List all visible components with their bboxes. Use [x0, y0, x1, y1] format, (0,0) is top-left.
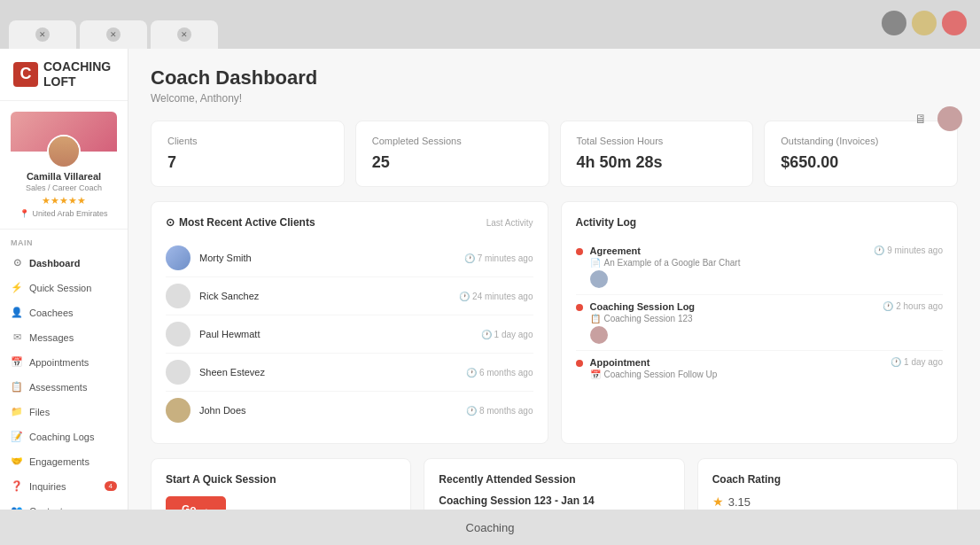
- client-name: Morty Smith: [199, 253, 252, 263]
- sidebar-item-files[interactable]: 📁 Files: [0, 400, 128, 424]
- activity-title: Coaching Session Log: [590, 301, 876, 312]
- list-item[interactable]: Sheen Estevez 🕐 6 months ago: [166, 354, 533, 392]
- tab-close-2[interactable]: ✕: [106, 27, 121, 42]
- client-time: 🕐 1 day ago: [481, 330, 533, 339]
- messages-icon: ✉: [11, 331, 23, 344]
- stat-value-hours: 4h 50m 28s: [577, 153, 737, 172]
- coaching-tab-label: Coaching: [466, 521, 515, 534]
- client-name: Paul Hewmatt: [199, 329, 260, 339]
- avatar: [166, 284, 191, 308]
- clients-panel-header: ⊙ Most Recent Active Clients Last Activi…: [166, 216, 533, 229]
- stat-value-sessions: 25: [372, 153, 533, 172]
- sidebar-item-assessments[interactable]: 📋 Assessments: [0, 375, 128, 400]
- activity-time: 🕐 2 hours ago: [883, 301, 943, 311]
- avatar: [47, 135, 81, 168]
- sidebar-label-assessments: Assessments: [29, 382, 87, 393]
- rating-display: ★ 3.15: [712, 494, 943, 509]
- stat-value-invoices: $650.00: [781, 153, 941, 172]
- quick-session-title: Start A Quick Session: [166, 473, 396, 486]
- appointments-icon: 📅: [11, 356, 23, 369]
- avatar: [166, 360, 191, 385]
- sidebar-label-quick-session: Quick Session: [29, 283, 91, 293]
- monitor-icon[interactable]: 🖥: [911, 109, 930, 128]
- avatar: [590, 270, 608, 288]
- clock-icon: 🕐: [874, 245, 884, 255]
- sidebar-item-coaching-logs[interactable]: 📝 Coaching Logs: [0, 424, 128, 449]
- logo-icon: C: [13, 62, 38, 87]
- list-item: Coaching Session Log 📋 Coaching Session …: [576, 295, 944, 351]
- sidebar-item-inquiries[interactable]: ❓ Inquiries 4: [0, 474, 128, 499]
- calendar-icon: 📅: [590, 370, 601, 379]
- sidebar: C COACHING LOFT Camilla Villareal Sales …: [0, 49, 128, 545]
- list-item[interactable]: Paul Hewmatt 🕐 1 day ago: [166, 315, 533, 354]
- last-activity-label: Last Activity: [486, 218, 533, 228]
- sidebar-label-messages: Messages: [29, 332, 74, 343]
- sidebar-label-appointments: Appointments: [29, 357, 89, 368]
- clients-panel: ⊙ Most Recent Active Clients Last Activi…: [151, 201, 548, 444]
- activity-desc: 📄 An Example of a Google Bar Chart: [590, 258, 867, 268]
- star-icon: ★: [712, 494, 724, 509]
- list-item[interactable]: Rick Sanchez 🕐 24 minutes ago: [166, 277, 533, 315]
- sidebar-label-coachees: Coachees: [29, 308, 74, 318]
- user-avatar-3[interactable]: [942, 11, 967, 35]
- client-time: 🕐 8 months ago: [466, 406, 533, 416]
- list-item[interactable]: Morty Smith 🕐 7 minutes ago: [166, 239, 533, 277]
- user-avatar-1[interactable]: [882, 11, 906, 35]
- profile-section: Camilla Villareal Sales / Career Coach ★…: [0, 101, 128, 230]
- sidebar-item-quick-session[interactable]: ⚡ Quick Session: [0, 276, 128, 300]
- profile-name: Camilla Villareal: [9, 171, 119, 182]
- clock-icon: 🕐: [466, 406, 477, 416]
- stat-value-clients: 7: [167, 153, 328, 172]
- clock-icon: 🕐: [883, 301, 893, 311]
- page-subtitle: Welcome, Anthony!: [151, 92, 958, 105]
- sidebar-item-dashboard[interactable]: ⊙ Dashboard: [0, 251, 128, 276]
- clock-icon: 🕐: [481, 330, 492, 339]
- sidebar-item-messages[interactable]: ✉ Messages: [0, 325, 128, 350]
- stat-clients: Clients 7: [151, 121, 345, 187]
- stats-row: Clients 7 Completed Sessions 25 Total Se…: [151, 121, 958, 187]
- profile-location: 📍 United Arab Emirates: [9, 209, 119, 218]
- client-name: John Does: [199, 405, 246, 416]
- activity-content: Appointment 📅 Coaching Session Follow Up: [590, 357, 884, 379]
- clock-icon: 🕐: [891, 357, 901, 367]
- activity-content: Agreement 📄 An Example of a Google Bar C…: [590, 245, 867, 288]
- avatar: [590, 326, 608, 344]
- page-title: Coach Dashboard: [151, 66, 958, 90]
- top-right-avatars: [882, 11, 967, 35]
- sidebar-item-appointments[interactable]: 📅 Appointments: [0, 350, 128, 375]
- avatar-image: [49, 136, 79, 167]
- activity-panel-title: Activity Log: [576, 216, 637, 229]
- activity-desc: 📅 Coaching Session Follow Up: [590, 370, 884, 379]
- tab-close-1[interactable]: ✕: [35, 27, 50, 42]
- tab-1[interactable]: ✕: [9, 20, 76, 49]
- location-icon: 📍: [19, 209, 29, 218]
- rating-value: 3.15: [728, 495, 751, 509]
- stat-session-hours: Total Session Hours 4h 50m 28s: [560, 121, 754, 187]
- clock-icon: 🕐: [464, 253, 475, 263]
- client-name: Rick Sanchez: [199, 291, 259, 301]
- sidebar-item-coachees[interactable]: 👤 Coachees: [0, 300, 128, 325]
- user-profile-avatar[interactable]: [937, 106, 962, 131]
- sidebar-label-coaching-logs: Coaching Logs: [29, 432, 94, 442]
- activity-desc: 📋 Coaching Session 123: [590, 314, 876, 323]
- client-time: 🕐 7 minutes ago: [464, 253, 533, 263]
- stat-completed-sessions: Completed Sessions 25: [355, 121, 549, 187]
- stat-label-hours: Total Session Hours: [577, 136, 737, 146]
- stat-label-invoices: Outstanding (Invoices): [781, 136, 941, 146]
- client-time: 🕐 6 months ago: [466, 368, 533, 378]
- sidebar-item-engagements[interactable]: 🤝 Engagements: [0, 449, 128, 474]
- activity-dot: [576, 360, 583, 367]
- profile-stars: ★★★★★: [9, 195, 119, 206]
- tab-3[interactable]: ✕: [151, 20, 218, 49]
- doc-icon: 📄: [590, 258, 601, 268]
- list-item[interactable]: John Does 🕐 8 months ago: [166, 392, 533, 429]
- tab-close-3[interactable]: ✕: [177, 27, 191, 42]
- profile-role: Sales / Career Coach: [9, 183, 119, 192]
- activity-panel-header: Activity Log: [576, 216, 944, 229]
- assessments-icon: 📋: [11, 381, 23, 393]
- activity-time: 🕐 1 day ago: [891, 357, 943, 367]
- activity-title: Appointment: [590, 357, 884, 368]
- user-avatar-2[interactable]: [912, 11, 937, 35]
- tab-2[interactable]: ✕: [80, 20, 147, 49]
- coach-rating-title: Coach Rating: [712, 473, 943, 486]
